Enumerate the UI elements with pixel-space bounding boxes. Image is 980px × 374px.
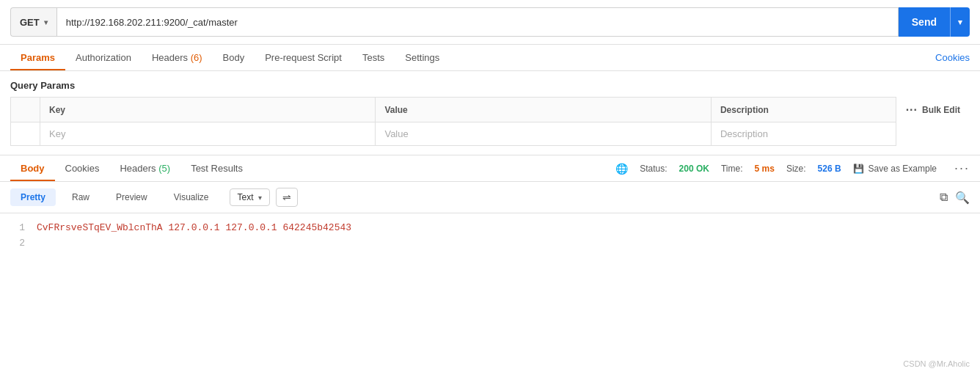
params-table: Key Value Description ··· Bulk Edit Key … bbox=[10, 97, 970, 146]
tab-headers[interactable]: Headers (6) bbox=[142, 45, 213, 70]
response-status-info: 🌐 Status: 200 OK Time: 5 ms Size: 526 B … bbox=[615, 161, 970, 176]
res-tab-headers[interactable]: Headers (5) bbox=[109, 155, 180, 181]
search-icon: 🔍 bbox=[955, 191, 970, 204]
size-value: 526 B bbox=[818, 164, 841, 174]
table-row: Key Value Description bbox=[11, 122, 970, 146]
pretty-button[interactable]: Pretty bbox=[10, 188, 56, 206]
format-type-label: Text bbox=[238, 192, 254, 202]
response-area: Body Cookies Headers (5) Test Results 🌐 … bbox=[0, 155, 980, 259]
tab-settings[interactable]: Settings bbox=[395, 45, 450, 70]
row-value[interactable]: Value bbox=[376, 122, 711, 146]
method-label: GET bbox=[20, 17, 40, 28]
tab-body[interactable]: Body bbox=[213, 45, 255, 70]
more-options-icon[interactable]: ··· bbox=[954, 161, 970, 176]
col-check-header bbox=[11, 98, 40, 122]
headers-badge: (6) bbox=[191, 52, 202, 63]
status-value: 200 OK bbox=[679, 164, 709, 174]
bulk-edit-button[interactable]: ··· Bulk Edit bbox=[905, 103, 960, 117]
code-line-2: 2 bbox=[10, 236, 970, 252]
more-icon: ··· bbox=[906, 103, 918, 117]
send-chevron-icon[interactable]: ▾ bbox=[951, 18, 970, 27]
tab-tests[interactable]: Tests bbox=[352, 45, 395, 70]
code-line-1: 1 CvFRrsveSTqEV_WblcnThA 127.0.0.1 127.0… bbox=[10, 221, 970, 236]
url-input[interactable] bbox=[56, 7, 899, 37]
bulk-edit-label: Bulk Edit bbox=[922, 105, 960, 115]
send-button[interactable]: Send ▾ bbox=[899, 7, 970, 37]
col-desc-header: Description bbox=[711, 98, 896, 122]
col-actions-header: ··· Bulk Edit bbox=[896, 98, 970, 122]
method-select[interactable]: GET ▾ bbox=[10, 7, 56, 37]
save-example-button[interactable]: 💾 Save as Example bbox=[853, 164, 937, 174]
save-example-label: Save as Example bbox=[869, 164, 937, 174]
copy-icon: ⧉ bbox=[940, 191, 948, 203]
col-value-header: Value bbox=[376, 98, 711, 122]
filter-icon: ⇌ bbox=[282, 191, 291, 203]
preview-button[interactable]: Preview bbox=[106, 188, 158, 206]
visualize-button[interactable]: Visualize bbox=[164, 188, 219, 206]
res-tab-test-results[interactable]: Test Results bbox=[180, 155, 253, 181]
response-tabs-bar: Body Cookies Headers (5) Test Results 🌐 … bbox=[0, 155, 980, 182]
query-params-title: Query Params bbox=[10, 80, 970, 91]
col-key-header: Key bbox=[40, 98, 376, 122]
res-headers-badge: (5) bbox=[158, 163, 170, 174]
format-type-select[interactable]: Text ▾ bbox=[230, 188, 270, 206]
row-key[interactable]: Key bbox=[40, 122, 376, 146]
line-num-1: 1 bbox=[10, 221, 25, 236]
cookies-link[interactable]: Cookies bbox=[935, 45, 970, 70]
row-desc[interactable]: Description bbox=[711, 122, 896, 146]
filter-button[interactable]: ⇌ bbox=[276, 188, 298, 207]
search-button[interactable]: 🔍 bbox=[955, 191, 970, 205]
tab-authorization[interactable]: Authorization bbox=[65, 45, 142, 70]
tab-params[interactable]: Params bbox=[10, 45, 65, 70]
right-icons: ⧉ 🔍 bbox=[940, 191, 970, 205]
globe-icon: 🌐 bbox=[615, 163, 628, 175]
line-num-2: 2 bbox=[10, 236, 25, 252]
time-value: 5 ms bbox=[755, 164, 775, 174]
code-area: 1 CvFRrsveSTqEV_WblcnThA 127.0.0.1 127.0… bbox=[0, 213, 980, 259]
method-chevron-icon: ▾ bbox=[44, 18, 48, 26]
row-check[interactable] bbox=[11, 122, 40, 146]
line-content-1: CvFRrsveSTqEV_WblcnThA 127.0.0.1 127.0.0… bbox=[37, 221, 351, 236]
format-bar: Pretty Raw Preview Visualize Text ▾ ⇌ ⧉ … bbox=[0, 182, 980, 213]
raw-button[interactable]: Raw bbox=[62, 188, 100, 206]
save-icon: 💾 bbox=[853, 164, 864, 174]
res-tab-body[interactable]: Body bbox=[10, 155, 55, 181]
format-chevron-icon: ▾ bbox=[258, 194, 262, 202]
query-params-section: Query Params Key Value Description ··· B… bbox=[0, 71, 980, 146]
request-tabs: Params Authorization Headers (6) Body Pr… bbox=[0, 45, 980, 71]
res-tab-cookies[interactable]: Cookies bbox=[55, 155, 110, 181]
status-label: Status: bbox=[640, 164, 667, 174]
send-label: Send bbox=[899, 16, 950, 28]
copy-button[interactable]: ⧉ bbox=[940, 191, 948, 204]
tab-prerequest[interactable]: Pre-request Script bbox=[255, 45, 352, 70]
watermark: CSDN @Mr.Aholic bbox=[903, 359, 970, 368]
url-bar: GET ▾ Send ▾ bbox=[0, 0, 980, 45]
time-label: Time: bbox=[721, 164, 743, 174]
size-label: Size: bbox=[786, 164, 806, 174]
